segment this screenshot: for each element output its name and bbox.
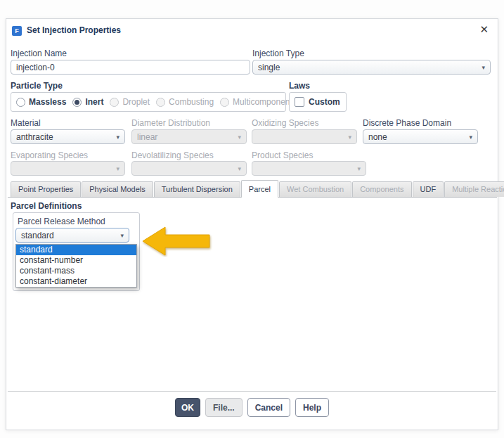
radio-inert-label: Inert	[85, 97, 103, 107]
screenshot-stage: F Set Injection Properties ✕ Injection N…	[0, 0, 504, 438]
cancel-button[interactable]: Cancel	[247, 398, 290, 417]
radio-combusting: Combusting	[156, 97, 214, 107]
tab-udf[interactable]: UDF	[413, 181, 444, 197]
file-button[interactable]: File...	[205, 398, 243, 417]
radio-circle-icon	[156, 98, 165, 107]
material-value: anthracite	[16, 132, 53, 142]
tab-point-properties[interactable]: Point Properties	[11, 181, 81, 197]
laws-group: Custom	[289, 92, 347, 112]
injection-type-label: Injection Type	[252, 49, 304, 58]
radio-circle-icon	[110, 98, 119, 107]
parcel-release-method-select[interactable]: standard ▾	[15, 228, 129, 243]
devolatilizing-species-select: ▾	[131, 161, 247, 176]
product-species-select: ▾	[252, 161, 366, 176]
chevron-down-icon: ▾	[348, 134, 351, 141]
tab-wet-combustion: Wet Combustion	[279, 181, 351, 197]
parcel-definitions-title: Parcel Definitions	[11, 201, 82, 211]
dropdown-option-standard[interactable]: standard	[16, 245, 136, 255]
particle-type-group: Massless Inert Droplet Combusting Multic…	[11, 92, 286, 112]
close-icon[interactable]: ✕	[479, 23, 489, 36]
discrete-phase-domain-select[interactable]: none ▾	[363, 129, 478, 144]
footer-button-row: OK File... Cancel Help	[6, 398, 498, 417]
dialog-title: Set Injection Properties	[27, 25, 121, 35]
material-label: Material	[11, 118, 41, 128]
app-icon: F	[12, 26, 22, 36]
injection-name-label: Injection Name	[11, 49, 67, 58]
footer-divider	[8, 391, 496, 392]
parcel-release-method-value: standard	[21, 231, 54, 240]
product-species-label: Product Species	[252, 150, 313, 160]
oxidizing-species-select: ▾	[252, 129, 357, 144]
radio-combusting-label: Combusting	[169, 97, 214, 107]
parcel-release-method-label: Parcel Release Method	[18, 217, 105, 226]
custom-checkbox[interactable]: Custom	[295, 97, 340, 107]
radio-massless[interactable]: Massless	[16, 97, 66, 107]
tab-parcel[interactable]: Parcel	[241, 180, 278, 198]
chevron-down-icon: ▾	[120, 232, 124, 239]
dropdown-option-constant-number[interactable]: constant-number	[16, 255, 136, 266]
chevron-down-icon: ▾	[469, 134, 472, 141]
injection-type-value: single	[258, 63, 280, 72]
checkbox-unchecked-icon	[295, 97, 304, 107]
parcel-release-method-dropdown: standard constant-number constant-mass c…	[15, 244, 137, 288]
dropdown-option-constant-diameter[interactable]: constant-diameter	[16, 276, 136, 287]
radio-droplet: Droplet	[110, 97, 150, 107]
annotation-arrow-icon	[141, 226, 214, 257]
radio-circle-icon	[16, 98, 25, 107]
chevron-down-icon: ▾	[357, 165, 361, 172]
radio-circle-icon	[220, 98, 229, 107]
radio-multicomponent-label: Multicomponent	[233, 97, 292, 107]
diameter-distribution-label: Diameter Distribution	[131, 118, 210, 128]
chevron-down-icon: ▾	[116, 165, 119, 172]
chevron-down-icon: ▾	[238, 165, 241, 172]
chevron-down-icon: ▾	[238, 134, 241, 141]
ok-button[interactable]: OK	[175, 398, 200, 417]
radio-massless-label: Massless	[29, 97, 66, 107]
injection-name-input[interactable]: injection-0	[11, 60, 250, 75]
laws-label: Laws	[289, 81, 310, 91]
tab-turbulent-dispersion[interactable]: Turbulent Dispersion	[154, 181, 240, 197]
radio-inert[interactable]: Inert	[72, 97, 103, 107]
diameter-distribution-value: linear	[137, 132, 157, 142]
tab-strip: Point Properties Physical Models Turbule…	[8, 181, 497, 198]
discrete-phase-domain-value: none	[368, 132, 387, 142]
devolatilizing-species-label: Devolatilizing Species	[131, 150, 214, 160]
evaporating-species-select: ▾	[11, 161, 125, 176]
radio-multicomponent: Multicomponent	[220, 97, 292, 107]
radio-droplet-label: Droplet	[122, 97, 150, 107]
particle-type-label: Particle Type	[11, 81, 63, 91]
help-button[interactable]: Help	[295, 398, 329, 417]
injection-type-select[interactable]: single ▾	[252, 60, 491, 75]
oxidizing-species-label: Oxidizing Species	[252, 118, 318, 128]
tab-multiple-reactions: Multiple Reactions	[444, 181, 504, 197]
custom-checkbox-label: Custom	[309, 97, 340, 107]
material-select[interactable]: anthracite ▾	[11, 129, 125, 144]
injection-name-value: injection-0	[16, 63, 55, 72]
radio-selected-icon	[72, 98, 82, 107]
chevron-down-icon: ▾	[116, 134, 119, 141]
chevron-down-icon: ▾	[482, 64, 485, 71]
discrete-phase-domain-label: Discrete Phase Domain	[363, 118, 451, 128]
evaporating-species-label: Evaporating Species	[11, 150, 88, 160]
tab-physical-models[interactable]: Physical Models	[82, 181, 153, 197]
tab-components: Components	[352, 181, 411, 197]
set-injection-properties-dialog: F Set Injection Properties ✕ Injection N…	[6, 18, 498, 430]
dropdown-option-constant-mass[interactable]: constant-mass	[16, 266, 136, 276]
diameter-distribution-select: linear ▾	[131, 129, 247, 144]
